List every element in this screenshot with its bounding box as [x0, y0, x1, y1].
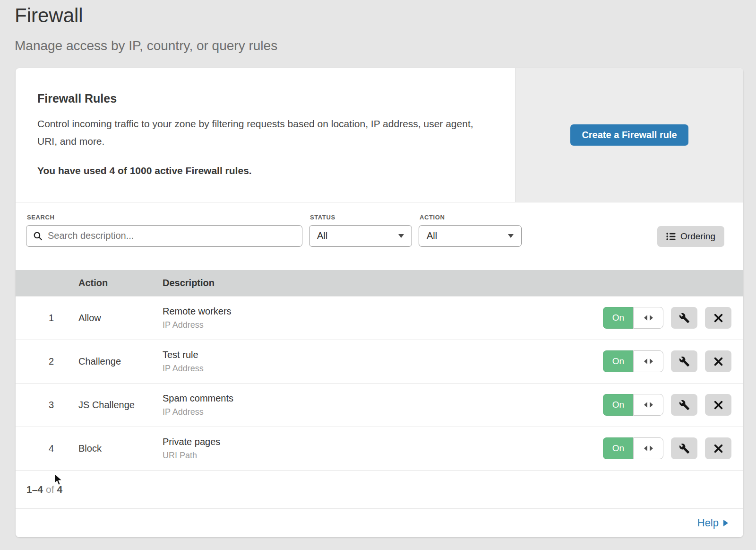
search-icon [33, 231, 48, 241]
rule-description-cell: Test rule IP Address [163, 349, 603, 374]
delete-rule-button[interactable] [705, 350, 731, 372]
usage-text: You have used 4 of 1000 active Firewall … [37, 165, 496, 176]
caret-right-icon [650, 315, 653, 321]
overview-section: Firewall Rules Control incoming traffic … [16, 68, 743, 202]
rule-enabled-toggle[interactable]: On [603, 307, 663, 329]
toggle-on-label[interactable]: On [603, 307, 633, 329]
rule-match-type: IP Address [163, 320, 603, 330]
toggle-on-label[interactable]: On [603, 437, 633, 459]
caret-right-icon [650, 402, 653, 408]
close-icon [714, 401, 723, 410]
toggle-handle[interactable] [633, 307, 663, 329]
status-filter-group: STATUS All [309, 214, 412, 247]
page-header: Firewall Manage access by IP, country, o… [0, 0, 756, 54]
rule-controls: On [603, 350, 743, 372]
create-rule-panel: Create a Firewall rule [515, 68, 743, 202]
help-link[interactable]: Help [697, 517, 728, 529]
caret-right-icon [650, 358, 653, 364]
rule-priority: 2 [16, 356, 78, 367]
status-select[interactable]: All [309, 225, 412, 247]
column-header-action: Action [78, 278, 163, 288]
ordering-button-label: Ordering [680, 231, 715, 242]
rule-description-cell: Spam comments IP Address [163, 393, 603, 417]
search-box[interactable] [26, 225, 302, 247]
edit-rule-button[interactable] [671, 394, 697, 416]
chevron-down-icon [398, 234, 404, 238]
close-icon [714, 357, 723, 366]
table-row: 3 JS Challenge Spam comments IP Address … [16, 383, 743, 427]
ordering-button[interactable]: Ordering [657, 226, 724, 247]
search-input[interactable] [48, 230, 295, 241]
firewall-rules-card: Firewall Rules Control incoming traffic … [16, 68, 743, 537]
pagination-total: 4 [57, 484, 63, 495]
section-title: Firewall Rules [37, 92, 496, 105]
column-header-description: Description [163, 278, 743, 288]
rule-priority: 3 [16, 400, 78, 410]
rule-controls: On [603, 307, 743, 329]
rule-description-cell: Private pages URI Path [163, 437, 603, 461]
toggle-handle[interactable] [633, 350, 663, 372]
rule-action: Block [78, 443, 163, 454]
status-select-value: All [317, 230, 327, 241]
firewall-page: Firewall Manage access by IP, country, o… [0, 0, 756, 537]
wrench-icon [679, 400, 690, 410]
ordered-list-icon [666, 232, 676, 241]
page-title: Firewall [15, 5, 739, 26]
delete-rule-button[interactable] [705, 307, 731, 329]
wrench-icon [679, 356, 690, 367]
caret-left-icon [644, 445, 647, 451]
filter-bar: SEARCH STATUS All [16, 202, 743, 270]
rule-description: Test rule [163, 349, 603, 360]
rule-enabled-toggle[interactable]: On [603, 350, 663, 372]
search-label: SEARCH [27, 214, 302, 221]
action-select[interactable]: All [419, 225, 522, 247]
help-link-label: Help [697, 517, 719, 529]
caret-left-icon [644, 358, 647, 364]
wrench-icon [679, 313, 690, 323]
table-row: 1 Allow Remote workers IP Address On [16, 296, 743, 340]
table-row: 4 Block Private pages URI Path On [16, 427, 743, 470]
card-footer: Help [16, 508, 743, 537]
edit-rule-button[interactable] [671, 437, 697, 459]
edit-rule-button[interactable] [671, 350, 697, 372]
action-filter-group: ACTION All [419, 214, 522, 247]
delete-rule-button[interactable] [705, 437, 731, 459]
rule-description: Private pages [163, 437, 603, 447]
search-filter-group: SEARCH [26, 214, 302, 247]
delete-rule-button[interactable] [705, 394, 731, 416]
table-row: 2 Challenge Test rule IP Address On [16, 340, 743, 383]
close-icon [714, 314, 723, 323]
caret-left-icon [644, 315, 647, 321]
rule-match-type: URI Path [163, 451, 603, 461]
page-subtitle: Manage access by IP, country, or query r… [15, 38, 739, 54]
create-firewall-rule-button[interactable]: Create a Firewall rule [570, 124, 688, 146]
rule-action: Allow [78, 313, 163, 323]
rule-priority: 1 [16, 313, 78, 323]
rule-controls: On [603, 394, 743, 416]
rule-action: Challenge [78, 356, 163, 367]
rule-match-type: IP Address [163, 364, 603, 374]
toggle-on-label[interactable]: On [603, 350, 633, 372]
status-label: STATUS [310, 214, 412, 221]
action-select-value: All [427, 230, 437, 241]
pagination-of: of [46, 484, 54, 495]
rule-description-cell: Remote workers IP Address [163, 306, 603, 330]
toggle-on-label[interactable]: On [603, 394, 633, 416]
close-icon [714, 444, 723, 453]
toggle-handle[interactable] [633, 437, 663, 459]
rule-enabled-toggle[interactable]: On [603, 437, 663, 459]
rule-enabled-toggle[interactable]: On [603, 394, 663, 416]
rule-controls: On [603, 437, 743, 459]
action-label: ACTION [420, 214, 522, 221]
table-header: Action Description [16, 270, 743, 296]
wrench-icon [679, 443, 690, 454]
toggle-handle[interactable] [633, 394, 663, 416]
rule-description: Remote workers [163, 306, 603, 317]
section-description: Control incoming traffic to your zone by… [37, 115, 484, 150]
caret-right-icon [650, 445, 653, 451]
rule-match-type: IP Address [163, 407, 603, 417]
pagination-range: 1–4 [26, 484, 43, 495]
chevron-down-icon [508, 234, 514, 238]
edit-rule-button[interactable] [671, 307, 697, 329]
rule-priority: 4 [16, 443, 78, 454]
